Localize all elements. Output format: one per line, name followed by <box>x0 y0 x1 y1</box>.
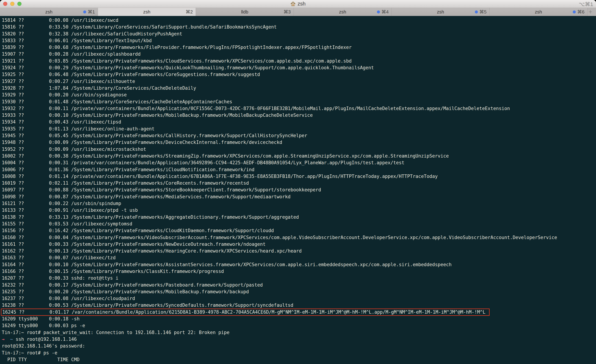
tab-shortcut: ⌘3 <box>284 9 291 15</box>
terminal-line: 15945 ?? 0:05.45 /System/Library/Private… <box>2 132 596 139</box>
terminal-line: 16002 ?? 0:00.38 /System/Library/Private… <box>2 153 596 159</box>
tab-zsh-5[interactable]: zsh⌘5 <box>392 8 490 16</box>
tab-label: zsh <box>339 9 346 15</box>
tab-shortcut: ⌘2 <box>186 9 193 15</box>
terminal-line: 16019 ?? 0:02.11 /System/Library/Private… <box>2 180 596 186</box>
terminal-line: 16133 ?? 0:00.91 /usr/libexec/ptpd -t us… <box>2 207 596 214</box>
terminal-line: 15952 ?? 0:00.09 /usr/libexec/microstack… <box>2 146 596 153</box>
window-title-text: zsh <box>298 1 305 7</box>
terminal-line: 16006 ?? 0:01.36 /System/Library/Private… <box>2 166 596 173</box>
shell-prompt-line: → ~ ssh root@192.168.1.146 <box>2 336 596 342</box>
terminal-line: 15927 ?? 0:00.27 /usr/libexec/silhouette <box>2 78 596 85</box>
terminal-line: 15814 ?? 0:00.08 /usr/libexec/swcd <box>2 17 596 24</box>
terminal-line: 15934 ?? 0:00.43 /usr/libexec/tipsd <box>2 119 596 125</box>
terminal-line: 15932 ?? 0:00.11 /private/var/containers… <box>2 105 596 112</box>
terminal-line: 15933 ?? 0:00.10 /System/Library/Private… <box>2 112 596 119</box>
tab-shortcut: ⌘5 <box>479 9 487 15</box>
tab-label: zsh <box>143 9 150 15</box>
terminal-line: 15929 ?? 0:00.20 /usr/bin/sysdiagnose <box>2 91 596 98</box>
highlight-box: 16245 ?? 0:01.17 /var/containers/Bundle/… <box>1 309 490 316</box>
terminal-window: zsh ⌥⌘1 zsh⌘1zsh⌘2lldb⌘3zsh⌘4zsh⌘5zsh⌘6+… <box>0 0 596 364</box>
terminal-line: 15948 ?? 0:00.09 /System/Library/Private… <box>2 139 596 146</box>
terminal-line: Tin-i7:~ root# packet_write_wait: Connec… <box>2 329 596 336</box>
title-bar[interactable]: zsh ⌥⌘1 <box>0 0 596 8</box>
tab-label: zsh <box>45 9 52 15</box>
activity-dot-icon <box>475 10 478 14</box>
terminal-line: 15928 ?? 1:07.84 /System/Library/CoreSer… <box>2 85 596 91</box>
terminal-line: PID TTY TIME CMD <box>2 356 596 363</box>
terminal-line: 16161 ?? 0:00.33 /System/Library/Private… <box>2 241 596 248</box>
tab-label: zsh <box>535 9 542 15</box>
tab-zsh-1[interactable]: zsh⌘1 <box>0 8 98 16</box>
tab-zsh-4[interactable]: zsh⌘4 <box>294 8 392 16</box>
terminal-line: 16162 ?? 0:00.13 /System/Library/Private… <box>2 248 596 254</box>
terminal-line: 15925 ?? 0:06.48 /System/Library/Private… <box>2 71 596 78</box>
terminal-line: 16207 ?? 0:00.33 sshd: root@ttys i <box>2 275 596 281</box>
zoom-button[interactable] <box>17 2 22 6</box>
terminal-line: 16209 ttys000 0:00.18 -sh <box>2 315 596 322</box>
terminal-line: 16238 ?? 0:00.53 /System/Library/Private… <box>2 302 596 309</box>
terminal-line: 15924 ?? 0:00.29 /System/Library/Private… <box>2 64 596 71</box>
terminal-line: 16160 ?? 0:00.04 /System/Library/Framewo… <box>2 234 596 241</box>
new-tab-button[interactable]: + <box>588 8 596 16</box>
terminal-line: 16249 ttys000 0:00.03 ps -e <box>2 322 596 329</box>
terminal-line: 16237 ?? 0:00.08 /usr/libexec/cloudpaird <box>2 295 596 302</box>
activity-dot-icon <box>377 10 380 14</box>
terminal-line: 16163 ?? 0:00.07 /usr/libexec/tzd <box>2 254 596 261</box>
terminal-line: 15839 ?? 0:00.68 /System/Library/Framewo… <box>2 44 596 51</box>
terminal-line: 15935 ?? 0:01.13 /usr/libexec/online-aut… <box>2 125 596 132</box>
tab-shortcut: ⌘6 <box>577 9 584 15</box>
prompt-cwd: ~ <box>10 336 13 342</box>
terminal-line: 15907 ?? 0:00.28 /usr/libexec/splashboar… <box>2 51 596 58</box>
traffic-lights <box>3 2 22 6</box>
tab-zsh-2[interactable]: zsh⌘2 <box>98 8 196 16</box>
tab-bar: zsh⌘1zsh⌘2lldb⌘3zsh⌘4zsh⌘5zsh⌘6+ <box>0 8 596 16</box>
tab-lldb-3[interactable]: lldb⌘3 <box>196 8 294 16</box>
tab-label: lldb <box>241 9 248 15</box>
terminal-screen[interactable]: 15814 ?? 0:00.08 /usr/libexec/swcd15816 … <box>0 16 596 364</box>
highlighted-terminal-line: 16245 ?? 0:01.17 /var/containers/Bundle/… <box>2 309 596 315</box>
terminal-line: 16164 ?? 0:00.10 /System/Library/Private… <box>2 261 596 268</box>
terminal-line: 15833 ?? 0:06.01 /System/Library/TextInp… <box>2 37 596 44</box>
terminal-line: 16166 ?? 0:00.15 /System/Library/Framewo… <box>2 268 596 275</box>
home-icon <box>290 1 296 7</box>
terminal-line: 16156 ?? 0:16.42 /System/Library/Private… <box>2 227 596 234</box>
terminal-line: 16155 ?? 0:03.53 /usr/libexec/symptomsd <box>2 220 596 227</box>
terminal-line: 15921 ?? 0:03.85 /System/Library/Private… <box>2 58 596 64</box>
tab-zsh-6[interactable]: zsh⌘6 <box>490 8 588 16</box>
terminal-line: 16097 ?? 0:00.88 /System/Library/Private… <box>2 186 596 193</box>
terminal-line: Tin-i7:~ root# ps -e <box>2 349 596 356</box>
terminal-line: 16232 ?? 0:00.17 /System/Library/Private… <box>2 282 596 288</box>
minimize-button[interactable] <box>10 2 14 6</box>
tab-shortcut: ⌘1 <box>88 9 95 15</box>
window-shortcut-badge: ⌥⌘1 <box>579 1 593 7</box>
terminal-line: 15930 ?? 0:01.48 /System/Library/CoreSer… <box>2 98 596 105</box>
terminal-line: 16121 ?? 0:00.22 /usr/sbin/spindump <box>2 200 596 207</box>
terminal-line: 15816 ?? 0:33.50 /System/Library/CoreSer… <box>2 24 596 30</box>
activity-dot-icon <box>573 10 576 14</box>
terminal-line: 16004 ?? 0:00.31 /private/var/containers… <box>2 159 596 166</box>
terminal-line: 16098 ?? 0:00.87 /System/Library/Private… <box>2 193 596 200</box>
window-title: zsh <box>290 1 305 7</box>
prompt-arrow: → <box>2 336 5 342</box>
terminal-line: 16235 ?? 0:00.20 /System/Library/Private… <box>2 288 596 295</box>
activity-dot-icon <box>83 10 86 14</box>
tab-shortcut: ⌘4 <box>381 9 389 15</box>
close-button[interactable] <box>3 2 7 6</box>
terminal-line: 15820 ?? 0:32.38 /usr/libexec/SafariClou… <box>2 30 596 37</box>
terminal-line: 16138 ?? 0:33.13 /System/Library/Private… <box>2 214 596 220</box>
terminal-line: root@192.168.1.146's password: <box>2 342 596 349</box>
terminal-line: 16008 ?? 0:01.14 /private/var/containers… <box>2 173 596 180</box>
tab-label: zsh <box>437 9 444 15</box>
